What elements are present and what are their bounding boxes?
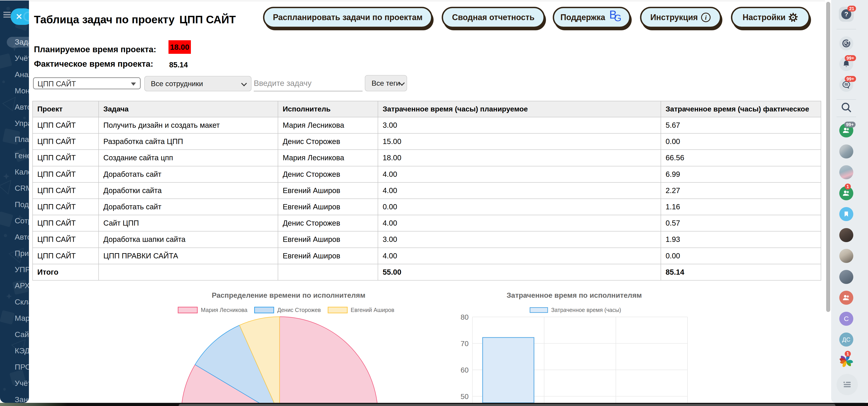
svg-text:i: i xyxy=(705,14,707,21)
